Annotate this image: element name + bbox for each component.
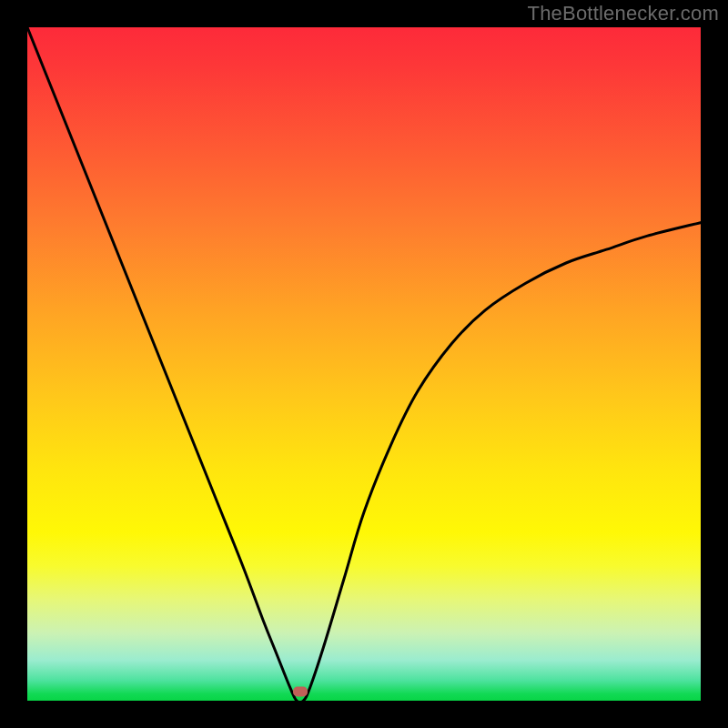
watermark-text: TheBottlenecker.com <box>528 2 719 25</box>
bottleneck-curve <box>27 27 701 701</box>
plot-area <box>27 27 701 701</box>
chart-frame: TheBottlenecker.com <box>0 0 728 728</box>
minimum-marker <box>293 687 308 697</box>
curve-layer <box>27 27 701 701</box>
